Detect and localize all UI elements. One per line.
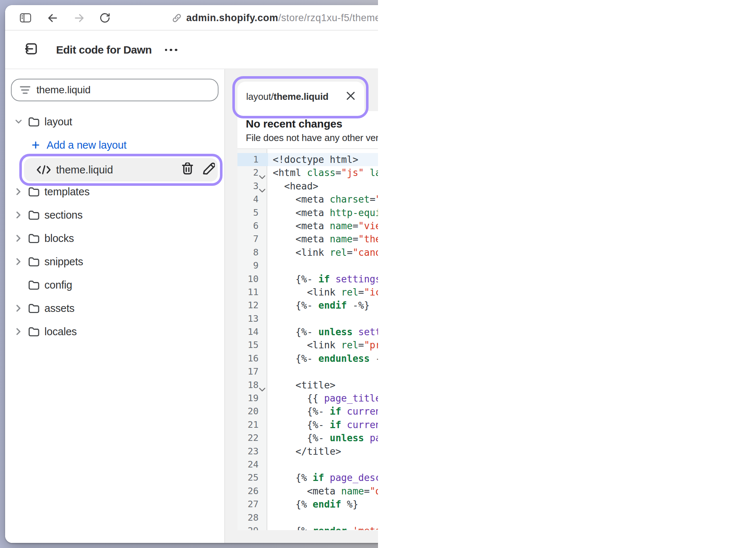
page-title: Edit code for Dawn bbox=[56, 44, 152, 56]
folder-label: layout bbox=[44, 116, 72, 128]
code-line[interactable]: 7 <meta name="theme-color" content=""> bbox=[237, 232, 378, 246]
code-line[interactable]: 28 bbox=[237, 511, 378, 524]
chevron-right-icon[interactable] bbox=[15, 188, 22, 195]
code-line[interactable]: 29 {% render 'meta-tags' %} bbox=[237, 524, 378, 530]
code-line-text: {%- if current_page != 1 %} &ndash; Page… bbox=[268, 418, 378, 431]
code-line[interactable]: 6 <meta name="viewport" content="width=d… bbox=[237, 219, 378, 232]
code-line[interactable]: 16 {%- endunless -%} bbox=[237, 352, 378, 365]
line-number: 13 bbox=[237, 312, 268, 325]
folder-label: assets bbox=[44, 302, 75, 314]
code-line[interactable]: 24 bbox=[237, 458, 378, 471]
code-line[interactable]: 5 <meta http-equiv="X-UA-Compatible" con… bbox=[237, 206, 378, 219]
rename-file-button[interactable] bbox=[202, 164, 215, 176]
code-line-text: <title> bbox=[268, 379, 378, 392]
line-number: 27 bbox=[237, 498, 268, 511]
code-line-text: <link rel="canonical" href="{{ canonical… bbox=[268, 246, 378, 259]
line-number: 29 bbox=[237, 524, 268, 530]
folder-icon bbox=[28, 326, 39, 337]
line-number: 22 bbox=[237, 431, 268, 445]
code-line-text: <meta http-equiv="X-UA-Compatible" conte… bbox=[268, 206, 378, 219]
exit-icon bbox=[24, 41, 39, 59]
tab-close-button[interactable] bbox=[344, 90, 357, 103]
code-line[interactable]: 11 <link rel="icon" type="image/png" hre… bbox=[237, 286, 378, 299]
code-line[interactable]: 2<html class="js" lang="{{ request.local… bbox=[237, 166, 378, 179]
code-line[interactable]: 3 <head> bbox=[237, 180, 378, 193]
code-line[interactable]: 14 {%- unless settings.type_header_font.… bbox=[237, 325, 378, 338]
code-line[interactable]: 4 <meta charset="utf-8"> bbox=[237, 193, 378, 206]
code-line-text: </title> bbox=[268, 445, 378, 458]
code-line[interactable]: 25 {% if page_description %} bbox=[237, 471, 378, 484]
code-line-text: {% endif %} bbox=[268, 498, 378, 511]
code-line-text: {%- endif -%} bbox=[268, 299, 378, 312]
status-title: No recent changes bbox=[246, 118, 342, 130]
code-line-text bbox=[268, 511, 378, 524]
sidebar-folder-sections[interactable]: sections bbox=[5, 203, 224, 227]
code-line-text: {%- if current_tags %} &ndash; tagged "{… bbox=[268, 405, 378, 418]
sidebar-add-new-layout[interactable]: Add a new layout bbox=[5, 133, 224, 157]
sidebar-folder-config[interactable]: config bbox=[5, 273, 224, 297]
chevron-down-icon[interactable] bbox=[15, 118, 22, 125]
code-line[interactable]: 23 </title> bbox=[237, 445, 378, 458]
folder-label: sections bbox=[44, 209, 83, 221]
line-number: 3 bbox=[237, 180, 268, 193]
code-editor[interactable]: 1<!doctype html>2<html class="js" lang="… bbox=[237, 149, 378, 530]
line-number: 12 bbox=[237, 299, 268, 312]
code-line[interactable]: 15 <link rel="preconnect" href="https://… bbox=[237, 338, 378, 352]
line-number: 11 bbox=[237, 286, 268, 299]
code-line[interactable]: 27 {% endif %} bbox=[237, 498, 378, 511]
no-chevron bbox=[15, 282, 22, 288]
chevron-right-icon[interactable] bbox=[15, 235, 22, 242]
code-line[interactable]: 18 <title> bbox=[237, 379, 378, 392]
line-number: 28 bbox=[237, 511, 268, 524]
code-line-text: <!doctype html> bbox=[268, 153, 378, 166]
code-line-text: {%- unless page_title contains shop.name… bbox=[268, 431, 378, 445]
code-line[interactable]: 13 bbox=[237, 312, 378, 325]
code-line[interactable]: 10 {%- if settings.favicon != blank -%} bbox=[237, 273, 378, 286]
delete-file-button[interactable] bbox=[181, 164, 194, 176]
fold-chevron-icon[interactable] bbox=[259, 171, 266, 177]
sidebar-folder-templates[interactable]: templates bbox=[5, 180, 224, 203]
chevron-right-icon[interactable] bbox=[15, 328, 22, 335]
file-search-input[interactable]: theme.liquid bbox=[11, 79, 218, 101]
code-line-text: {{ page_title }} bbox=[268, 392, 378, 405]
chevron-right-icon[interactable] bbox=[15, 305, 22, 312]
sidebar-folder-snippets[interactable]: snippets bbox=[5, 250, 224, 273]
code-line[interactable]: 8 <link rel="canonical" href="{{ canonic… bbox=[237, 246, 378, 259]
code-line[interactable]: 19 {{ page_title }} bbox=[237, 392, 378, 405]
chevron-right-icon[interactable] bbox=[15, 212, 22, 218]
code-line-text: {% render 'meta-tags' %} bbox=[268, 524, 378, 530]
tab-theme-liquid[interactable]: layout/theme.liquid bbox=[237, 82, 364, 111]
code-line[interactable]: 12 {%- endif -%} bbox=[237, 299, 378, 312]
folder-label: templates bbox=[44, 186, 90, 198]
sidebar-folder-layout[interactable]: layout bbox=[5, 110, 224, 133]
folder-label: config bbox=[44, 279, 72, 291]
sidebar-file-row-wrap: theme.liquid bbox=[5, 158, 224, 181]
address-bar[interactable]: admin.shopify.com/store/rzq1xu-f5/themes… bbox=[5, 5, 378, 31]
folder-icon bbox=[28, 186, 39, 197]
editor-panel: layout/theme.liquid No recent changes Fi… bbox=[225, 69, 378, 543]
code-line[interactable]: 20 {%- if current_tags %} &ndash; tagged… bbox=[237, 405, 378, 418]
folder-icon bbox=[28, 233, 39, 244]
exit-button[interactable] bbox=[23, 42, 39, 58]
more-actions-button[interactable] bbox=[165, 45, 177, 55]
line-number: 15 bbox=[237, 338, 268, 352]
fold-chevron-icon[interactable] bbox=[259, 383, 266, 389]
code-line[interactable]: 21 {%- if current_page != 1 %} &ndash; P… bbox=[237, 418, 378, 431]
file-label: theme.liquid bbox=[56, 164, 113, 176]
code-line[interactable]: 22 {%- unless page_title contains shop.n… bbox=[237, 431, 378, 445]
code-line-text: <html class="js" lang="{{ request.locale… bbox=[268, 166, 378, 179]
sidebar-folder-blocks[interactable]: blocks bbox=[5, 227, 224, 250]
code-line[interactable]: 9 bbox=[237, 259, 378, 272]
fold-chevron-icon[interactable] bbox=[259, 184, 266, 190]
sidebar-file-theme.liquid[interactable]: theme.liquid bbox=[24, 158, 218, 181]
line-number: 19 bbox=[237, 392, 268, 405]
code-line[interactable]: 26 <meta name="description" content="{{ … bbox=[237, 485, 378, 498]
line-number: 8 bbox=[237, 246, 268, 259]
chevron-right-icon[interactable] bbox=[15, 258, 22, 265]
browser-window: admin.shopify.com/store/rzq1xu-f5/themes… bbox=[5, 5, 378, 543]
code-line[interactable]: 17 bbox=[237, 365, 378, 378]
code-line[interactable]: 1<!doctype html> bbox=[237, 153, 378, 166]
sidebar-folder-locales[interactable]: locales bbox=[5, 320, 224, 343]
sidebar-folder-assets[interactable]: assets bbox=[5, 297, 224, 320]
code-line-text: <meta name="viewport" content="width=dev… bbox=[268, 219, 378, 232]
